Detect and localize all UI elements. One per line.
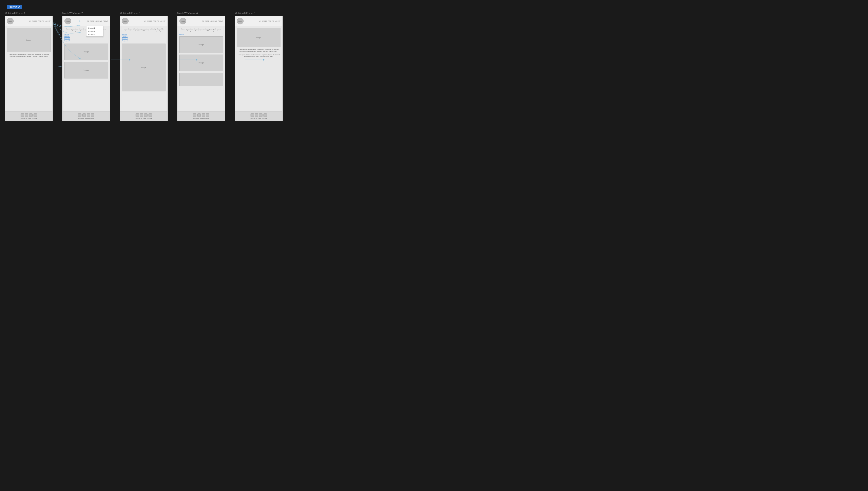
wireframe-5: Logo UX WORK ARCHIVE ABOUT Image [235,16,282,121]
frame-title-2: MobileWF-Frame 2 [62,12,83,15]
frame-wrapper-1: MobileWF-Frame 1 Logo UX WORK ARCHIVE AB… [5,12,53,121]
wf-link-text-4[interactable]: Archive [180,33,223,35]
nav-link-archive-2[interactable]: ARCHIVE [96,20,102,22]
wf-footer-icons-1 [21,113,37,117]
nav-link-about-5[interactable]: ABOUT [275,20,280,22]
wf-text-4: Lorem ipsum dolor sit amet, consectetur … [180,28,223,32]
footer-icon-3a [136,113,139,117]
nav-link-work-4[interactable]: WORK [205,20,209,22]
wf-logo-5[interactable]: Logo [237,18,244,24]
wf-logo-2[interactable]: Logo [64,18,71,24]
nav-link-work-1[interactable]: WORK [32,20,37,22]
flow-badge[interactable]: Flow 2 ↗ [7,5,22,9]
wf-nav-3: Logo UX WORK ARCHIVE ABOUT [120,16,167,26]
canvas-area: Flow 2 ↗ [0,0,868,491]
frame-wrapper-2: MobileWF-Frame 2 Logo UX WORK ARCHIVE AB… [62,12,110,121]
footer-icon-4a [193,113,196,117]
footer-icon-4b [197,113,201,117]
wf-logo-3[interactable]: Logo [122,18,129,24]
footer-icon-1 [21,113,24,117]
footer-icon-3d [148,113,152,117]
wf-text-5a: Lorem ipsum dolor sit amet, consectetur … [237,49,280,53]
wf-footer-3: Andrew R. Perez Graphix [120,111,167,121]
wf-footer-text-2: Andrew R. Perez Graphix [78,118,94,119]
wf-text-3: Lorem ipsum dolor sit amet, consectetur … [122,28,165,32]
wf-footer-text-3: Andrew R. Perez Graphix [136,118,152,119]
nav-link-ux-3[interactable]: UX [144,20,146,22]
footer-icon-4d [206,113,209,117]
wf-footer-text-4: Andrew R. Perez Graphix [193,118,209,119]
footer-icon-4c [202,113,205,117]
wf-body-1: Image Lorem ipsum dolor sit amet, consec… [5,26,52,111]
wf-image-2a: Image [64,44,108,60]
dropdown-item-3[interactable]: Project 3 [86,33,103,36]
wf-nav-links-1: UX WORK ARCHIVE ABOUT [29,20,51,22]
frame-wrapper-4: MobileWF-Frame 4 Logo UX WORK ARCHIVE AB… [177,12,225,121]
flow-label-area: Flow 2 ↗ [5,5,863,9]
footer-icon-4 [33,113,37,117]
nav-link-ux-5[interactable]: UX [259,20,261,22]
nav-link-archive-4[interactable]: ARCHIVE [211,20,217,22]
dropdown-item-2[interactable]: Project 2 [86,30,103,33]
frames-container: MobileWF-Frame 1 Logo UX WORK ARCHIVE AB… [5,12,863,121]
wf-nav-links-2: UX WORK ARCHIVE ABOUT [87,20,108,22]
footer-icon-2 [25,113,28,117]
wf-footer-icons-2 [78,113,94,117]
wf-logo-4[interactable]: Logo [180,18,186,24]
footer-icon-5b [255,113,258,117]
footer-icon-3 [29,113,33,117]
flow-label: Flow 2 [9,5,17,8]
frame-wrapper-3: MobileWF-Frame 3 Logo UX WORK ARCHIVE AB… [120,12,168,121]
wf-image-3: Image [122,44,165,91]
wf-dropdown-2[interactable]: Project 1 Project 2 Project 3 [86,26,103,37]
footer-icon-2d [91,113,94,117]
nav-link-work-5[interactable]: WORK [262,20,267,22]
nav-link-about-3[interactable]: ABOUT [161,20,165,22]
wf-footer-icons-4 [193,113,209,117]
nav-link-work-3[interactable]: WORK [147,20,152,22]
footer-icon-2c [87,113,90,117]
nav-link-ux-1[interactable]: UX [29,20,31,22]
footer-icon-5c [259,113,263,117]
nav-link-about-4[interactable]: ABOUT [218,20,223,22]
wf-nav-links-5: UX WORK ARCHIVE ABOUT [259,20,280,22]
wf-body-3: Lorem ipsum dolor sit amet, consectetur … [120,26,167,111]
nav-link-archive-3[interactable]: ARCHIVE [153,20,160,22]
footer-icon-2a [78,113,81,117]
wf-image-4b: Image [180,55,223,71]
wf-footer-5: Andrew R. Perez Graphix [235,111,282,121]
nav-link-about-1[interactable]: ABOUT [46,20,51,22]
footer-icon-3b [140,113,143,117]
dropdown-item-1[interactable]: Project 1 [86,27,103,30]
nav-link-archive-5[interactable]: ARCHIVE [268,20,274,22]
wireframe-3: Logo UX WORK ARCHIVE ABOUT Lorem ipsum d… [120,16,168,121]
wireframe-1: Logo UX WORK ARCHIVE ABOUT Image [5,16,53,121]
wf-footer-text-1: Andrew R. Perez Graphix [21,118,37,119]
frame-title-4: MobileWF-Frame 4 [177,12,198,15]
footer-icon-5d [264,113,267,117]
nav-link-work-2[interactable]: WORK [90,20,94,22]
nav-link-ux-2[interactable]: UX [87,20,89,22]
frames-svg-container: MobileWF-Frame 1 Logo UX WORK ARCHIVE AB… [5,12,863,121]
nav-link-about-2[interactable]: ABOUT [103,20,108,22]
wf-link-text-3[interactable]: ArchiveProject 1Project 2Project 3 [122,33,165,42]
nav-link-archive-1[interactable]: ARCHIVE [38,20,45,22]
frame-title-3: MobileWF-Frame 3 [120,12,140,15]
footer-icon-5a [250,113,254,117]
wf-footer-1: Andrew R. Perez Graphix [5,111,52,121]
flow-arrow-icon: ↗ [18,6,20,8]
wf-image-2b: Image [64,62,108,79]
wf-nav-2: Logo UX WORK ARCHIVE ABOUT Project 1 Pro… [62,16,110,26]
frame-title-5: MobileWF-Frame 5 [235,12,255,15]
wf-image-1: Image [7,28,51,52]
wf-logo-1[interactable]: Logo [7,18,13,24]
footer-icon-3c [144,113,147,117]
wf-footer-text-5: Andrew R. Perez Graphix [250,118,267,119]
nav-link-ux-4[interactable]: UX [202,20,204,22]
wf-image-5: Image [237,28,280,47]
wf-image-4c [180,73,223,86]
wf-image-4a: Image [180,36,223,53]
wf-body-4: Lorem ipsum dolor sit amet, consectetur … [178,26,225,111]
frame-wrapper-5: MobileWF-Frame 5 Logo UX WORK ARCHIVE AB… [235,12,282,121]
wf-nav-links-4: UX WORK ARCHIVE ABOUT [202,20,223,22]
